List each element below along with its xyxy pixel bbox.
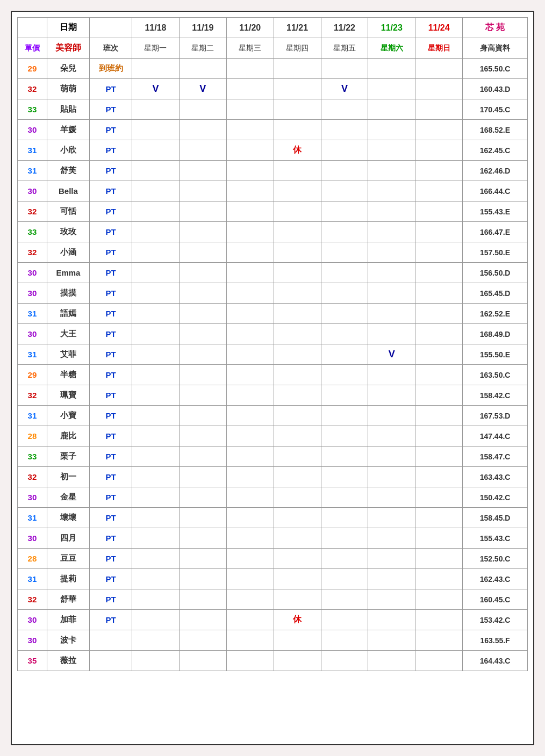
shift-cell: PT [89,528,132,549]
day7-cell [415,161,463,181]
day6-cell [368,222,415,242]
day4-cell: 休 [274,610,321,630]
info-cell: 168.52.E [463,120,528,140]
day6-cell [368,487,415,508]
shift-cell: PT [89,120,132,140]
header-empty2 [89,18,132,38]
name-cell: 豆豆 [47,549,89,569]
day1-cell [132,242,180,263]
day2-cell [179,426,226,447]
day1-cell [132,59,180,79]
shift-cell: PT [89,385,132,406]
price-cell: 31 [18,406,47,426]
day1-cell [132,589,180,610]
day1-cell [132,610,180,630]
day4-cell [274,549,321,569]
day3-cell [226,385,274,406]
shift-cell: PT [89,263,132,283]
day7-cell [415,242,463,263]
price-cell: 30 [18,181,47,201]
table-row: 32 初一 PT 163.43.C [18,467,528,487]
day6-cell [368,589,415,610]
price-cell: 30 [18,263,47,283]
day4-cell [274,569,321,589]
subheader-stylist: 美容師 [47,38,89,59]
table-row: 29 朵兒 到班約 165.50.C [18,59,528,79]
subheader-day2: 星期二 [179,38,226,59]
day2-cell [179,549,226,569]
day2-cell: V [179,79,226,99]
day3-cell [226,181,274,201]
info-cell: 163.43.C [463,467,528,487]
price-cell: 30 [18,324,47,344]
shift-cell: PT [89,508,132,528]
day1-cell [132,487,180,508]
day7-cell [415,140,463,161]
day1-cell [132,263,180,283]
day6-cell [368,181,415,201]
day3-cell [226,161,274,181]
table-row: 32 可恬 PT 155.43.E [18,201,528,222]
day3-cell [226,201,274,222]
info-cell: 155.50.E [463,344,528,365]
day2-cell [179,487,226,508]
day1-cell [132,569,180,589]
day4-cell [274,467,321,487]
subheader-day5: 星期五 [321,38,368,59]
table-row: 30 Emma PT 156.50.D [18,263,528,283]
table-row: 31 小寶 PT 167.53.D [18,406,528,426]
subheader-day3: 星期三 [226,38,274,59]
shift-cell: PT [89,283,132,304]
day1-cell [132,324,180,344]
day5-cell [321,344,368,365]
shift-cell: PT [89,140,132,161]
info-cell: 160.45.C [463,589,528,610]
day1-cell [132,201,180,222]
day5-cell [321,365,368,385]
price-cell: 30 [18,487,47,508]
info-cell: 157.50.E [463,242,528,263]
shift-cell: PT [89,487,132,508]
day7-cell [415,406,463,426]
price-cell: 32 [18,201,47,222]
day5-cell [321,140,368,161]
day1-cell: V [132,79,180,99]
day2-cell [179,630,226,651]
day2-cell [179,222,226,242]
info-cell: 163.50.C [463,365,528,385]
price-cell: 35 [18,651,47,671]
name-cell: 薇拉 [47,651,89,671]
name-cell: Bella [47,181,89,201]
info-cell: 147.44.C [463,426,528,447]
day7-cell [415,344,463,365]
info-cell: 162.52.E [463,304,528,324]
table-row: 30 羊媛 PT 168.52.E [18,120,528,140]
table-row: 30 波卡 163.55.F [18,630,528,651]
shift-cell: PT [89,242,132,263]
day5-cell [321,447,368,467]
day2-cell [179,651,226,671]
day5-cell [321,304,368,324]
check-mark: V [341,83,348,94]
shift-cell: PT [89,447,132,467]
price-cell: 31 [18,140,47,161]
day3-cell [226,263,274,283]
info-cell: 166.44.C [463,181,528,201]
day2-cell [179,508,226,528]
day3-cell [226,242,274,263]
day7-cell [415,120,463,140]
info-cell: 158.47.C [463,447,528,467]
table-row: 30 大王 PT 168.49.D [18,324,528,344]
day6-cell [368,79,415,99]
price-cell: 29 [18,365,47,385]
day4-cell [274,385,321,406]
day7-cell [415,99,463,120]
day4-cell [274,447,321,467]
info-cell: 170.45.C [463,99,528,120]
subheader-day7: 星期日 [415,38,463,59]
rest-mark: 休 [293,145,302,154]
day2-cell [179,161,226,181]
day7-cell [415,385,463,406]
day7-cell [415,467,463,487]
day7-cell [415,324,463,344]
